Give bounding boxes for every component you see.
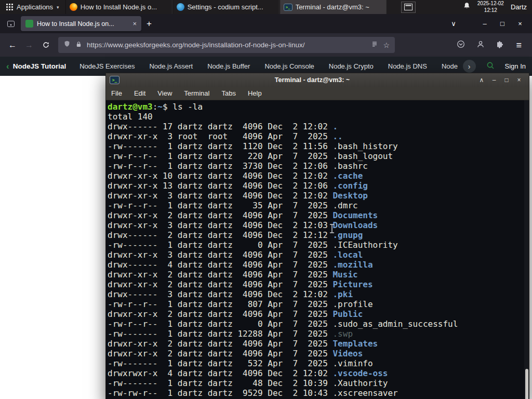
reader-mode-icon[interactable] — [371, 41, 378, 50]
lock-icon[interactable] — [75, 41, 82, 50]
desktop: Applications ▾ How to Install Node.js o.… — [0, 0, 532, 399]
shield-icon[interactable] — [63, 40, 71, 50]
chevron-left-icon: ‹ — [6, 61, 9, 72]
window-maximize-button[interactable]: □ — [494, 20, 511, 28]
url-text[interactable]: https://www.geeksforgeeks.org/node-js/in… — [87, 41, 366, 49]
gfg-nav-items: NodeJS Exercises Node.js Assert Node.js … — [79, 62, 458, 70]
chevron-right-icon[interactable]: › — [463, 60, 476, 73]
firefox-tab-bar: How to Install Node.js on... × + ∨ – □ × — [0, 14, 532, 33]
applications-menu-button[interactable]: Applications ▾ — [0, 0, 65, 14]
terminal-maximize-button[interactable]: □ — [500, 76, 513, 84]
tab-close-icon[interactable]: × — [132, 20, 137, 28]
gfg-nav-item[interactable]: Node.js Console — [264, 62, 314, 70]
gfg-back-link[interactable]: ‹ NodeJS Tutorial — [6, 61, 66, 72]
clock-date: 2025-12-02 — [477, 1, 504, 7]
clock[interactable]: 2025-12-02 12:12 — [477, 1, 504, 14]
applications-grid-icon — [6, 4, 13, 10]
terminal-window-controls: ∧ – □ × — [475, 76, 525, 84]
window-controls: ∨ – □ × — [445, 20, 529, 28]
clock-time: 12:12 — [484, 7, 497, 14]
terminal-menubar: File Edit View Terminal Tabs Help — [106, 87, 529, 100]
window-close-button[interactable]: × — [511, 20, 529, 28]
gfg-nav-item[interactable]: Node.js Crypto — [329, 62, 374, 70]
mouse-cursor-ibeam — [329, 224, 335, 233]
tab-list-chevron-icon[interactable]: ∨ — [445, 20, 462, 28]
user-menu[interactable]: Dartz — [511, 3, 527, 11]
gfg-nav-right: › Sign In — [463, 60, 526, 73]
forward-button[interactable]: → — [21, 41, 37, 50]
pocket-icon[interactable] — [457, 40, 465, 50]
applications-caret-icon: ▾ — [57, 5, 59, 10]
menu-file[interactable]: File — [111, 89, 122, 97]
terminal-shade-button[interactable]: ∧ — [475, 76, 488, 84]
taskbar-item-firefox[interactable]: How to Install Node.js o... — [65, 0, 172, 14]
terminal-minimize-button[interactable]: – — [488, 76, 500, 84]
firefox-icon — [70, 3, 77, 11]
terminal-output: dartz@vm3:~$ ls -la total 140 drwx------… — [106, 100, 529, 398]
new-tab-button[interactable]: + — [141, 19, 157, 29]
gfg-nav-item[interactable]: Node.js Assert — [149, 62, 193, 70]
bookmark-star-icon[interactable]: ☆ — [383, 41, 390, 49]
gfg-back-label: NodeJS Tutorial — [13, 62, 66, 70]
terminal-screen[interactable]: dartz@vm3:~$ ls -la total 140 drwx------… — [106, 100, 529, 399]
nav-right-icons: ≡ — [457, 40, 528, 50]
notification-bell-icon[interactable] — [463, 2, 471, 12]
gfg-nav-item[interactable]: NodeJS Exercises — [79, 62, 135, 70]
terminal-app-icon: >_ — [110, 76, 119, 84]
gfg-nav-item[interactable]: Node — [442, 62, 458, 70]
codium-icon — [177, 3, 184, 11]
sign-in-button[interactable]: Sign In — [505, 62, 526, 70]
firefox-nav-bar: ← → https://www.geeksforgeeks.org/node-j… — [0, 33, 532, 57]
taskbar-item-terminal[interactable]: >_ Terminal - dartz@vm3: ~ — [280, 0, 387, 14]
top-panel: Applications ▾ How to Install Node.js o.… — [0, 0, 532, 14]
search-icon[interactable] — [486, 61, 495, 71]
panel-status-area: 2025-12-02 12:12 Dartz — [463, 0, 532, 14]
window-minimize-button[interactable]: – — [476, 20, 494, 28]
menu-terminal[interactable]: Terminal — [184, 89, 209, 97]
tray-terminal-icon[interactable] — [401, 2, 416, 13]
menu-tabs[interactable]: Tabs — [221, 89, 235, 97]
terminal-window: >_ Terminal - dartz@vm3: ~ ∧ – □ × File … — [105, 73, 529, 399]
menu-view[interactable]: View — [157, 89, 172, 97]
hamburger-menu-icon[interactable]: ≡ — [516, 41, 522, 50]
terminal-title: Terminal - dartz@vm3: ~ — [153, 76, 472, 84]
url-bar[interactable]: https://www.geeksforgeeks.org/node-js/in… — [58, 37, 395, 53]
applications-label: Applications — [17, 3, 53, 11]
firefox-view-icon[interactable] — [3, 20, 19, 28]
account-icon[interactable] — [476, 40, 485, 50]
gfg-nav-item[interactable]: Node.js Buffer — [207, 62, 250, 70]
reload-button[interactable] — [37, 41, 54, 49]
gfg-favicon — [25, 20, 33, 28]
scrollbar-thumb[interactable] — [525, 369, 528, 399]
terminal-titlebar[interactable]: >_ Terminal - dartz@vm3: ~ ∧ – □ × — [106, 73, 529, 87]
terminal-scrollbar[interactable] — [524, 100, 529, 399]
back-button[interactable]: ← — [4, 41, 21, 50]
tab-title: How to Install Node.js on... — [37, 20, 129, 28]
menu-help[interactable]: Help — [248, 89, 262, 97]
taskbar-item-codium[interactable]: Settings - codium script... — [172, 0, 280, 14]
browser-tab[interactable]: How to Install Node.js on... × — [21, 16, 141, 31]
terminal-close-button[interactable]: × — [513, 76, 525, 84]
extensions-puzzle-icon[interactable] — [496, 40, 504, 50]
menu-edit[interactable]: Edit — [134, 89, 145, 97]
gfg-nav-item[interactable]: Node.js DNS — [388, 62, 427, 70]
terminal-icon: >_ — [284, 4, 292, 11]
